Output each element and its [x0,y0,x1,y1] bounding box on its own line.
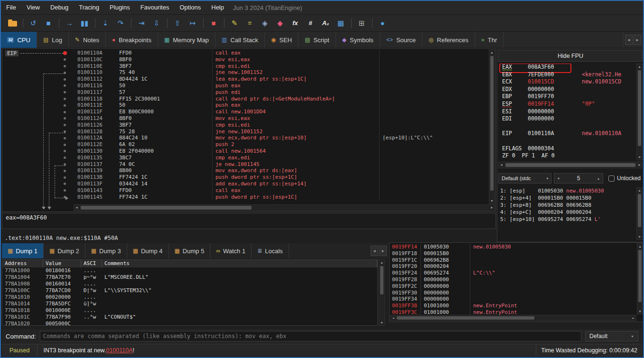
tab-call-stack[interactable]: ▥ Call Stack [215,32,265,48]
disasm-gutter[interactable] [2,56,77,63]
disasm-gutter[interactable] [2,115,77,122]
disasm-row[interactable]: 0100110A FFD0 call eax [2,50,488,56]
tab-dump-4[interactable]: ▦ Dump 4 [127,243,169,258]
scroll-left-arrow[interactable]: ◄ [74,205,79,210]
disasm-row[interactable]: 01001135 3BC7 cmp eax,edi [2,155,488,161]
compare-icon[interactable]: = [242,17,257,30]
instruction-dot[interactable] [64,91,66,93]
menu-item[interactable]: Plugins [104,1,135,14]
register-row[interactable]: EBX 7EFDE000 <kernel32.He [498,71,635,79]
instruction-dot[interactable] [64,170,66,172]
tab-watch-1[interactable]: ∞ Watch 1 [210,243,252,258]
menu-item[interactable]: Help [206,1,229,14]
stack-row[interactable]: 0019FF20 00000204 [390,263,637,270]
instruction-dot[interactable] [64,189,66,192]
stack-arg-row[interactable]: 2: [esp+4] 000015B0 000015B0 [498,194,635,202]
menu-item[interactable]: Favourites [135,1,175,14]
scroll-thumb[interactable] [505,163,635,167]
stack-arg-row[interactable]: 1: [esp] 01005030 new.01005030 [498,187,635,194]
command-input[interactable] [40,331,581,341]
stack-row[interactable]: 0019FF30 00000000 [390,290,637,296]
instruction-dot[interactable] [64,150,66,152]
menu-item[interactable]: Options [174,1,206,14]
dump-vscrollbar[interactable]: ▲ ▼ [379,259,385,326]
settings-icon[interactable]: ● [375,17,390,30]
patch-icon[interactable]: ✎ [227,17,242,30]
registers-hscrollbar[interactable]: ◄ ► [498,162,643,168]
disasm-row[interactable]: 01001126 3BF7 cmp esi,edi [2,122,488,129]
disasm-gutter[interactable] [2,76,77,83]
stack-row[interactable]: 0019FF34 00000000 [390,296,637,303]
scroll-thumb[interactable] [638,250,642,302]
scroll-down-arrow[interactable]: ▼ [379,320,384,325]
scroll-thumb[interactable] [638,70,641,146]
disasm-row[interactable]: 01001110 75 40 jne new.1001152 [2,69,488,76]
instruction-dot[interactable] [64,104,66,107]
dump-row[interactable]: 77BA1014 77BA5DFC ü]°w [2,301,377,307]
register-row[interactable]: ZF 0 PF 1 AF 0 [498,152,635,160]
instruction-dot[interactable] [64,124,66,126]
checkbox-box[interactable] [608,175,615,182]
command-profile-select[interactable]: Default ▼ [585,331,638,341]
label-icon[interactable]: # [303,17,318,30]
tab-dump-5[interactable]: ▦ Dump 5 [169,243,211,258]
stack-row[interactable]: 0019FF38 01001000 new.EntryPoint [390,303,637,309]
tab-notes[interactable]: ✎ Notes [69,32,106,48]
scroll-up-arrow[interactable]: ▲ [379,260,384,265]
tab-threads[interactable]: » Thr [475,32,504,48]
stack-args-vscrollbar[interactable]: ▲ ▼ [636,187,643,240]
hide-fpu-button[interactable]: Hide FPU [498,50,643,62]
disasm-gutter[interactable] [2,69,77,76]
disasm-row[interactable]: 01001118 FF15 2C300001 call dword ptr ds… [2,96,488,102]
disasm-row[interactable]: 01001137 74 0C je new.1001145 [2,161,488,168]
instruction-dot[interactable] [64,176,66,179]
stop-icon[interactable]: ■ [41,17,56,30]
instruction-dot[interactable] [64,84,66,87]
calling-convention-select[interactable]: Default (stdc ▼ [498,173,551,184]
scroll-right-arrow[interactable]: ► [489,205,495,210]
disasm-row[interactable]: 01001124 8BF0 mov esi,eax [2,115,488,122]
disasm-row[interactable]: 01001139 8B00 mov eax,dword ptr ds:[eax] [2,167,488,174]
trace-into-icon[interactable]: ⇩ [149,17,164,30]
register-row[interactable] [498,123,635,130]
tab-scroll-right-button[interactable]: ► [634,35,641,45]
restart-icon[interactable]: ↺ [26,17,41,30]
scroll-left-arrow[interactable]: ◄ [499,162,504,167]
int3-icon[interactable]: ■ [206,17,221,30]
disasm-gutter[interactable] [2,181,77,187]
scroll-up-arrow[interactable]: ▲ [637,64,642,69]
disasm-gutter[interactable] [2,161,77,168]
disasm-row[interactable]: 0100112E 6A 02 push 2 [2,141,488,148]
disasm-hscrollbar[interactable]: ◄ ► [74,204,495,211]
scroll-up-arrow[interactable]: ▲ [489,50,495,55]
tab-script[interactable]: ▤ Script [299,32,336,48]
stack-hscrollbar[interactable]: ◄ ► [390,315,636,321]
register-row[interactable]: EBP 0019FF70 [498,93,635,101]
instruction-dot[interactable] [64,78,66,81]
run-icon[interactable]: → [62,17,77,30]
instruction-dot[interactable] [64,137,66,139]
disasm-gutter[interactable] [2,63,77,70]
tab-scroll-left-button[interactable]: ◄ [625,35,633,45]
disasm-gutter[interactable] [2,187,77,194]
tab-dump-1[interactable]: ▦ Dump 1 [2,243,44,258]
dump-row[interactable]: 77BA1020 0005000C [2,321,377,326]
menu-item[interactable]: File [1,1,21,14]
memory-layout-icon[interactable]: ▦ [333,17,348,30]
tab-source[interactable]: <> Source [380,32,422,48]
stack-arg-row[interactable]: 3: [esp+8] 006962B8 006962B8 [498,202,635,209]
dump-row[interactable]: 77BA1010 00020000 .... [2,294,377,301]
scroll-down-arrow[interactable]: ▼ [489,198,495,203]
instruction-dot[interactable] [64,111,66,113]
scroll-up-arrow[interactable]: ▲ [637,188,642,193]
disasm-gutter[interactable] [2,102,77,109]
register-row[interactable]: ESI 00000000 [498,108,635,116]
disasm-row[interactable]: 01001143 FFD0 call eax [2,187,488,194]
register-row[interactable]: EDI 00000000 [498,115,635,123]
spinner-up-button[interactable]: ▲ [594,177,603,180]
dump-row[interactable]: 77BA1018 0010000E .... [2,307,377,314]
tab-cpu[interactable]: 32 CPU [1,32,37,48]
disasm-row[interactable]: 0100111F E8 B00C0000 call new.1001DD4 [2,109,488,115]
disasm-gutter[interactable] [2,148,77,155]
scroll-thumb[interactable] [638,194,641,227]
